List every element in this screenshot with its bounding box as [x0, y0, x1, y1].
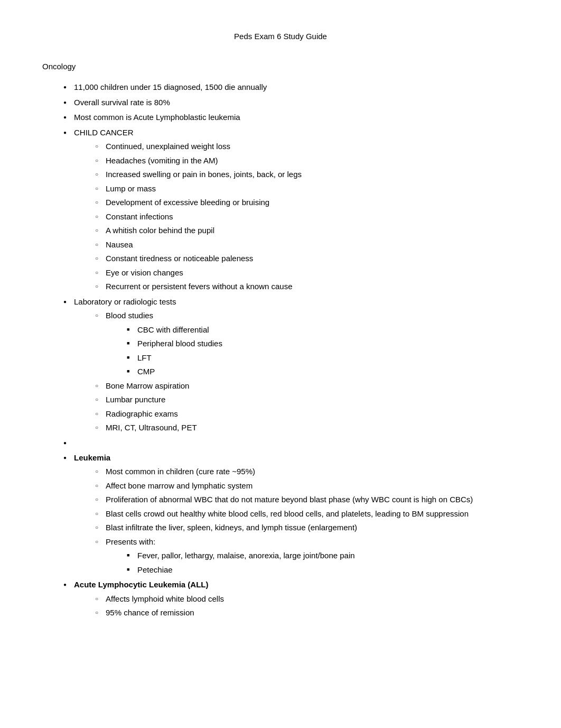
- list-item: Affects lymphoid white blood cells: [95, 593, 519, 605]
- all-list: Affects lymphoid white blood cells 95% c…: [95, 593, 519, 619]
- child-cancer-list: Continued, unexplained weight loss Heada…: [95, 141, 519, 293]
- item-text: Constant infections: [106, 212, 173, 221]
- list-item: Fever, pallor, lethargy, malaise, anorex…: [127, 550, 519, 562]
- list-item: Headaches (vomiting in the AM): [95, 155, 519, 167]
- list-item: A whitish color behind the pupil: [95, 225, 519, 237]
- item-text: Overall survival rate is 80%: [74, 98, 170, 107]
- list-item: Petechiae: [127, 564, 519, 576]
- main-list: 11,000 children under 15 diagnosed, 1500…: [63, 81, 519, 619]
- list-item: Constant infections: [95, 211, 519, 223]
- list-item: Peripheral blood studies: [127, 338, 519, 350]
- list-item: Affect bone marrow and lymphatic system: [95, 480, 519, 492]
- list-item: LFT: [127, 352, 519, 364]
- item-text: Blast infiltrate the liver, spleen, kidn…: [106, 523, 357, 532]
- list-item: Blast cells crowd out healthy white bloo…: [95, 508, 519, 520]
- item-text: Laboratory or radiologic tests: [74, 297, 176, 306]
- item-text: Blast cells crowd out healthy white bloo…: [106, 509, 469, 518]
- item-text: Lump or mass: [106, 184, 156, 193]
- item-text: Most common in children (cure rate ~95%): [106, 467, 255, 476]
- list-item: Proliferation of abnormal WBC that do no…: [95, 494, 519, 506]
- item-text: Recurrent or persistent fevers without a…: [106, 282, 293, 291]
- item-text: 11,000 children under 15 diagnosed, 1500…: [74, 82, 267, 91]
- list-item: Recurrent or persistent fevers without a…: [95, 281, 519, 293]
- item-text: Continued, unexplained weight loss: [106, 142, 230, 151]
- item-text: LFT: [137, 353, 152, 362]
- list-item: 11,000 children under 15 diagnosed, 1500…: [63, 81, 519, 94]
- list-item: Development of excessive bleeding or bru…: [95, 197, 519, 209]
- item-text: Presents with:: [106, 537, 155, 546]
- item-text: Affects lymphoid white blood cells: [106, 594, 224, 603]
- item-text: Leukemia: [74, 453, 110, 462]
- blood-studies-list: CBC with differential Peripheral blood s…: [127, 324, 519, 378]
- item-text: Most common is Acute Lymphoblastic leuke…: [74, 113, 240, 122]
- list-item: MRI, CT, Ultrasound, PET: [95, 422, 519, 434]
- item-text: Bone Marrow aspiration: [106, 381, 189, 390]
- item-text: Eye or vision changes: [106, 268, 183, 277]
- list-item: Blast infiltrate the liver, spleen, kidn…: [95, 522, 519, 534]
- item-text: Lumbar puncture: [106, 395, 165, 404]
- item-text: Acute Lymphocytic Leukemia (ALL): [74, 580, 209, 589]
- item-text: Peripheral blood studies: [137, 339, 222, 348]
- list-item: Continued, unexplained weight loss: [95, 141, 519, 153]
- list-item: Laboratory or radiologic tests Blood stu…: [63, 296, 519, 434]
- list-item: CHILD CANCER Continued, unexplained weig…: [63, 127, 519, 293]
- list-item: Eye or vision changes: [95, 267, 519, 279]
- item-text: CBC with differential: [137, 325, 209, 334]
- item-text: Radiographic exams: [106, 409, 178, 418]
- item-text: Constant tiredness or noticeable palenes…: [106, 254, 253, 263]
- presents-with-list: Fever, pallor, lethargy, malaise, anorex…: [127, 550, 519, 576]
- item-text: Headaches (vomiting in the AM): [106, 156, 218, 165]
- list-item: Lumbar puncture: [95, 394, 519, 406]
- list-item: 95% chance of remission: [95, 607, 519, 619]
- item-text: Development of excessive bleeding or bru…: [106, 198, 269, 207]
- page-title: Peds Exam 6 Study Guide: [42, 32, 519, 41]
- list-item: Most common in children (cure rate ~95%): [95, 466, 519, 478]
- item-text: CHILD CANCER: [74, 128, 134, 137]
- item-text: CMP: [137, 367, 155, 376]
- list-item: Bone Marrow aspiration: [95, 380, 519, 392]
- item-text: Nausea: [106, 240, 133, 249]
- item-text: A whitish color behind the pupil: [106, 226, 214, 235]
- list-item: Presents with: Fever, pallor, lethargy, …: [95, 536, 519, 576]
- list-item: Blood studies CBC with differential Peri…: [95, 310, 519, 378]
- leukemia-list: Most common in children (cure rate ~95%)…: [95, 466, 519, 576]
- list-item: Lump or mass: [95, 183, 519, 195]
- item-text: Blood studies: [106, 311, 153, 320]
- list-item-empty: [63, 437, 519, 449]
- list-item: Leukemia Most common in children (cure r…: [63, 452, 519, 576]
- list-item: Acute Lymphocytic Leukemia (ALL) Affects…: [63, 579, 519, 619]
- list-item: Increased swelling or pain in bones, joi…: [95, 169, 519, 181]
- list-item: CBC with differential: [127, 324, 519, 336]
- item-text: 95% chance of remission: [106, 608, 194, 617]
- item-text: MRI, CT, Ultrasound, PET: [106, 423, 197, 432]
- list-item: Overall survival rate is 80%: [63, 97, 519, 109]
- item-text: Increased swelling or pain in bones, joi…: [106, 170, 302, 179]
- item-text: Proliferation of abnormal WBC that do no…: [106, 495, 473, 504]
- list-item: Constant tiredness or noticeable palenes…: [95, 253, 519, 265]
- lab-tests-list: Blood studies CBC with differential Peri…: [95, 310, 519, 434]
- item-text: Petechiae: [137, 565, 173, 574]
- list-item: Nausea: [95, 239, 519, 251]
- list-item: Radiographic exams: [95, 408, 519, 420]
- item-text: Affect bone marrow and lymphatic system: [106, 481, 253, 490]
- list-item: Most common is Acute Lymphoblastic leuke…: [63, 112, 519, 124]
- section-heading: Oncology: [42, 62, 519, 71]
- item-text: Fever, pallor, lethargy, malaise, anorex…: [137, 551, 355, 560]
- list-item: CMP: [127, 366, 519, 378]
